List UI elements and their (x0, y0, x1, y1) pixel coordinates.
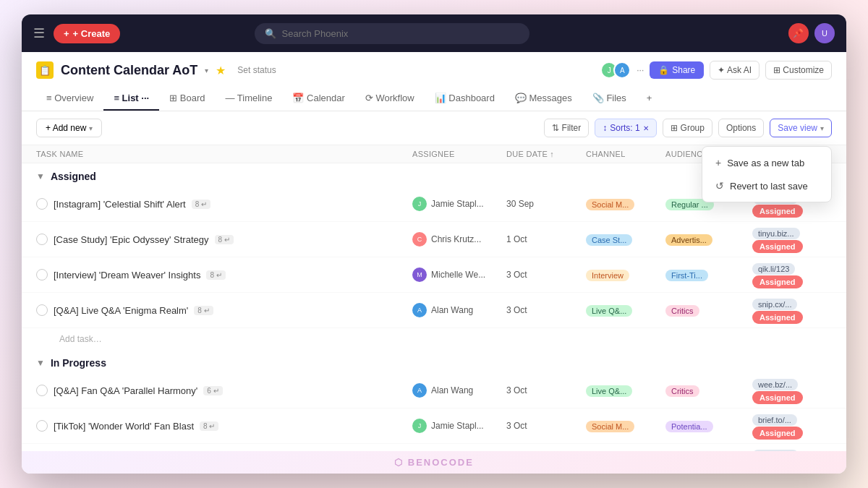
audience-cell: First-Ti... (665, 268, 752, 281)
assignee-cell: C Chris Krutz... (412, 232, 506, 247)
channel-cell: Live Q&... (586, 384, 665, 397)
channel-cell: Interview (586, 268, 665, 281)
customize-button[interactable]: ⊞ Customize (765, 61, 832, 80)
add-task-assigned[interactable]: Add task… (22, 328, 846, 350)
save-dropdown: + Save as a new tab ↺ Revert to last sav… (702, 146, 832, 202)
tab-dashboard[interactable]: 📊 Dashboard (425, 87, 505, 111)
task-complete-icon[interactable] (36, 234, 48, 245)
url-cell: brief.to/... Assigned (752, 413, 832, 439)
due-date-cell: 3 Oct (506, 385, 586, 395)
revert-last-save-item[interactable]: ↺ Revert to last save (707, 174, 827, 197)
task-complete-icon[interactable] (36, 420, 48, 432)
assignee-cell: J Jamie Stapl... (412, 197, 506, 211)
sort-icon: ↕ (603, 123, 607, 133)
url-cell: wee.bz/... Assigned (752, 377, 832, 403)
options-button[interactable]: Options (718, 119, 764, 137)
save-view-button[interactable]: Save view ▾ (770, 119, 832, 137)
create-button[interactable]: + + Create (54, 24, 120, 43)
tab-files[interactable]: 📎 Files (582, 87, 637, 111)
due-date-cell: 3 Oct (506, 421, 586, 431)
audience-tag: Potentia... (665, 421, 713, 432)
audience-cell: Advertis... (665, 233, 752, 246)
audience-cell: Potentia... (665, 419, 752, 432)
assignee-avatar: C (412, 232, 427, 247)
subtask-badge: 8 ↵ (194, 306, 213, 315)
subtask-badge: 8 ↵ (206, 270, 225, 280)
nav-right: 📌 U (788, 23, 835, 43)
col-channel: Channel (586, 150, 665, 158)
assignee-cell: J Jamie Stapl... (412, 419, 506, 433)
table-row: [Case Study] 'Infinite Dreams' Social Bu… (22, 444, 846, 451)
more-icon[interactable]: ··· (637, 65, 644, 75)
table-row: [Case Study] 'Epic Odyssey' Strategy 8 ↵… (22, 222, 846, 257)
channel-tag: Social M... (586, 199, 634, 210)
url-tag: snip.cx/... (752, 299, 797, 310)
table-row: [TikTok] 'Wonder World' Fan Blast 8 ↵ J … (22, 408, 846, 444)
save-as-new-tab-item[interactable]: + Save as a new tab (707, 151, 827, 174)
status-badge: Assigned (752, 427, 803, 440)
assignee-cell: A Alan Wang (412, 303, 506, 317)
project-title-row: 📋 Content Calendar AoT ▾ ★ Set status J … (36, 61, 832, 80)
group-button[interactable]: ⊞ Group (663, 119, 712, 137)
subtask-badge: 8 ↵ (192, 200, 210, 209)
task-complete-icon[interactable] (36, 385, 48, 396)
assignee-avatar: M (412, 267, 427, 282)
add-new-button[interactable]: + Add new ▾ (36, 119, 102, 137)
plus-icon: + (64, 28, 69, 39)
channel-tag: Social M... (586, 421, 634, 432)
url-cell: snip.cx/... Assigned (752, 297, 832, 323)
tab-board[interactable]: ⊞ Board (159, 87, 215, 111)
ask-ai-button[interactable]: ✦ Ask AI (710, 61, 760, 80)
search-input[interactable] (282, 28, 519, 39)
tab-overview[interactable]: ≡ Overview (36, 87, 103, 111)
section-toggle-assigned[interactable]: ▼ (36, 171, 45, 181)
task-name-cell: [Case Study] 'Epic Odyssey' Strategy 8 ↵ (36, 234, 412, 245)
tab-list[interactable]: ≡ List ··· (103, 87, 159, 111)
tab-messages[interactable]: 💬 Messages (505, 87, 582, 111)
project-title: Content Calendar AoT (61, 63, 197, 78)
task-complete-icon[interactable] (36, 304, 48, 316)
tab-add[interactable]: + (637, 87, 663, 111)
task-name-cell: [Q&A] Fan Q&A 'Parallel Harmony' 6 ↵ (36, 385, 412, 396)
add-new-chevron-icon: ▾ (89, 124, 93, 132)
sorts-button[interactable]: ↕ Sorts: 1 ✕ (595, 119, 656, 137)
due-date-cell: 1 Oct (506, 234, 586, 244)
table-row: [Interview] 'Dream Weaver' Insights 8 ↵ … (22, 257, 846, 293)
due-date-cell: 30 Sep (506, 199, 586, 209)
url-cell: qik.li/123 Assigned (752, 262, 832, 288)
url-tag: qik.li/123 (752, 263, 795, 275)
due-date-cell: 3 Oct (506, 270, 586, 280)
tab-workflow[interactable]: ⟳ Workflow (355, 87, 425, 111)
tab-calendar[interactable]: 📅 Calendar (282, 87, 354, 111)
title-chevron-icon[interactable]: ▾ (205, 67, 208, 74)
assignee-cell: M Michelle We... (412, 267, 506, 282)
task-complete-icon[interactable] (36, 269, 48, 281)
audience-cell: Critics (665, 384, 752, 397)
col-due-date[interactable]: Due date ↑ (506, 150, 586, 158)
hamburger-icon[interactable]: ☰ (33, 25, 45, 41)
group-icon: ⊞ (671, 123, 678, 133)
tab-timeline[interactable]: — Timeline (215, 87, 282, 111)
assignee-cell: A Alan Wang (412, 383, 506, 398)
assignee-avatar: A (412, 383, 427, 398)
subtask-badge: 8 ↵ (200, 421, 218, 431)
due-date-cell: 3 Oct (506, 305, 586, 315)
user-avatar[interactable]: U (814, 23, 835, 43)
filter-button[interactable]: ⇅ Filter (544, 119, 590, 137)
revert-icon: ↺ (715, 180, 724, 192)
task-name-cell: [Interview] 'Dream Weaver' Insights 8 ↵ (36, 269, 412, 281)
url-tag: tinyu.biz... (752, 228, 800, 239)
star-icon[interactable]: ★ (216, 64, 226, 77)
search-icon: 🔍 (265, 28, 276, 39)
assignee-avatar: A (412, 303, 427, 317)
share-button[interactable]: 🔒 Share (650, 61, 704, 79)
set-status[interactable]: Set status (237, 65, 276, 75)
sorts-clear-icon[interactable]: ✕ (643, 124, 649, 132)
channel-tag: Case St... (586, 234, 632, 246)
project-actions: J A ··· 🔒 Share ✦ Ask AI ⊞ Customize (600, 61, 832, 80)
task-complete-icon[interactable] (36, 198, 48, 210)
avatar-group: J A (600, 61, 631, 79)
save-view-chevron-icon: ▾ (820, 124, 824, 132)
audience-cell: Critics (665, 304, 752, 317)
section-toggle-in-progress[interactable]: ▼ (36, 358, 45, 368)
